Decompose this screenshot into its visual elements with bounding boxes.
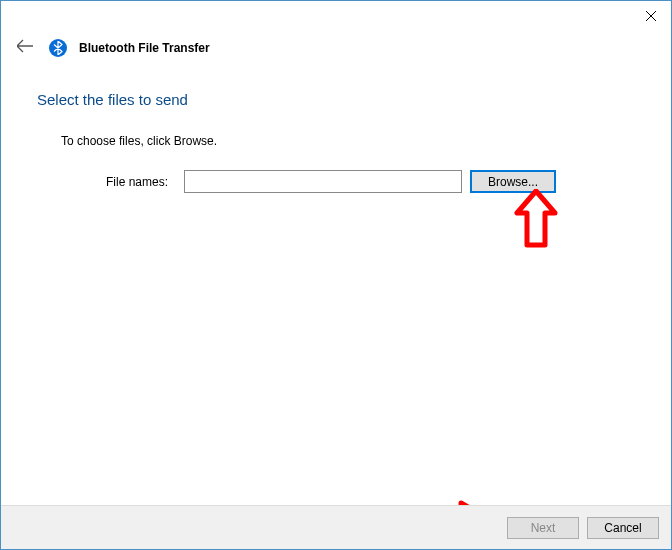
close-icon	[646, 11, 656, 21]
window-title: Bluetooth File Transfer	[79, 41, 210, 55]
annotation-arrow-up-icon	[511, 189, 561, 249]
footer: Next Cancel	[1, 505, 671, 549]
back-button[interactable]	[13, 37, 37, 59]
file-names-input[interactable]	[184, 170, 462, 193]
close-button[interactable]	[631, 1, 671, 31]
bluetooth-icon	[49, 39, 67, 57]
header: Bluetooth File Transfer	[1, 31, 671, 71]
content-area: Select the files to send To choose files…	[1, 71, 671, 193]
file-names-label: File names:	[61, 175, 176, 189]
next-button[interactable]: Next	[507, 517, 579, 539]
page-heading: Select the files to send	[37, 91, 635, 108]
titlebar	[1, 1, 671, 31]
cancel-button[interactable]: Cancel	[587, 517, 659, 539]
back-arrow-icon	[17, 39, 33, 53]
instruction-text: To choose files, click Browse.	[61, 134, 635, 148]
